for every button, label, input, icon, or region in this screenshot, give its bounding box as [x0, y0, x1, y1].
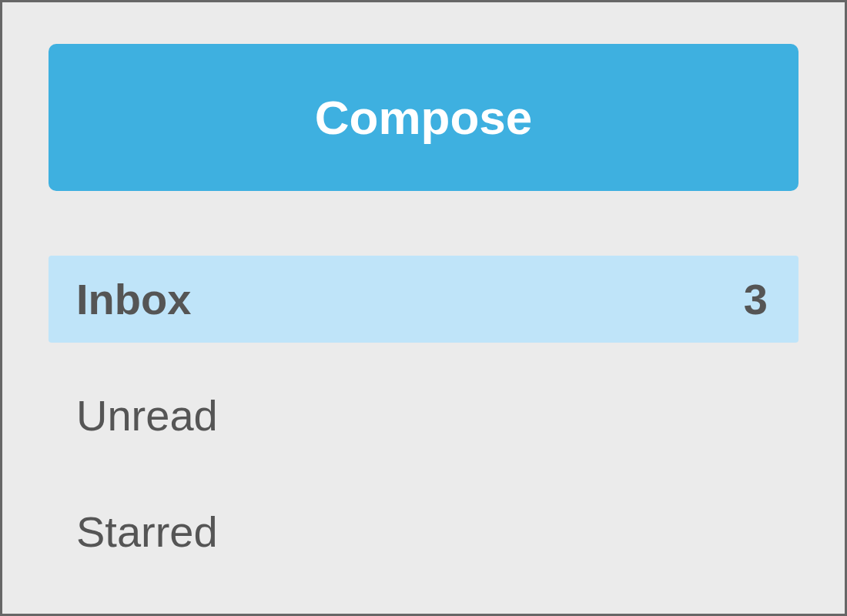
folder-list: Inbox 3 Unread Starred — [49, 256, 798, 575]
folder-label: Inbox — [76, 274, 191, 324]
folder-count: 3 — [744, 274, 768, 324]
folder-item-inbox[interactable]: Inbox 3 — [49, 256, 798, 343]
sidebar-panel: Compose Inbox 3 Unread Starred — [0, 0, 847, 616]
compose-button[interactable]: Compose — [49, 44, 798, 191]
folder-label: Starred — [76, 507, 218, 557]
folder-item-starred[interactable]: Starred — [49, 488, 798, 575]
folder-item-unread[interactable]: Unread — [49, 372, 798, 459]
folder-label: Unread — [76, 390, 218, 440]
